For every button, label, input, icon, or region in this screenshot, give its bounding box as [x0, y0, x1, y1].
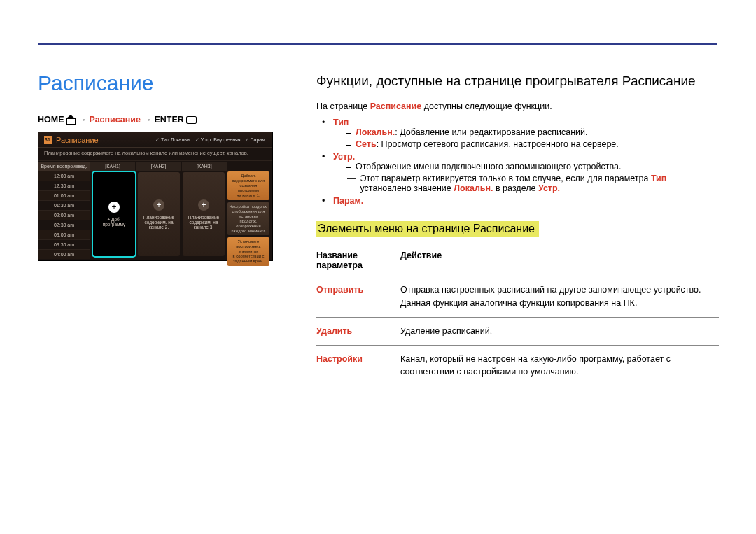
mock-time-row: 02:00 am	[38, 210, 90, 220]
home-icon	[66, 116, 76, 124]
row-desc: Отправка настроенных расписаний на друго…	[400, 276, 719, 318]
row-desc: Удаление расписаний.	[400, 317, 719, 345]
mock-right-stack: Добавл.содержимого длясоздания программы…	[227, 162, 272, 260]
mock-time-row: 03:30 am	[38, 239, 90, 249]
calendar-icon	[44, 136, 52, 144]
th-action: Действие	[400, 246, 719, 276]
mock-col-head: [КАН1]	[90, 162, 136, 171]
breadcrumb-arrow-2: →	[144, 115, 153, 125]
mock-tile-text: канале 3.	[194, 225, 214, 230]
mock-time-col: Время воспроизвед. 12:00 am 12:30 am 01:…	[38, 162, 90, 260]
mock-tile-1-label: + Доб. программу	[96, 217, 132, 227]
mock-rcard: Настройка продолж.отображения для устано…	[227, 202, 270, 236]
page-title: Расписание	[38, 71, 277, 95]
row-name: Отправить	[316, 276, 400, 318]
mock-tile-text: содержим. на	[189, 220, 218, 225]
type-local-line: Локальн.: Добавление или редактирование …	[347, 127, 719, 137]
type-net-line: Сеть: Просмотр сетевого расписания, наст…	[347, 139, 719, 149]
mock-subtitle: Планирование содержимого на локальном ка…	[38, 148, 272, 161]
plus-icon: +	[153, 199, 164, 211]
mock-top-right-0: Тип:Локальн.	[155, 137, 191, 143]
mock-time-row: 04:00 am	[38, 249, 90, 259]
th-name: Название параметра	[316, 246, 400, 276]
mock-time-row: 12:00 am	[38, 171, 90, 181]
breadcrumb-enter: ENTER	[154, 115, 183, 125]
mock-time-head: Время воспроизвед.	[38, 162, 90, 171]
enter-icon	[186, 116, 197, 124]
mock-time-row: 02:30 am	[38, 220, 90, 230]
mock-tile-1: + + Доб. программу	[93, 172, 135, 256]
plus-icon: +	[108, 202, 120, 213]
mock-tile-2: + Планирование содержим. на канале 2.	[138, 172, 180, 256]
plus-icon: +	[198, 199, 209, 211]
intro-text: На странице Расписание доступны следующи…	[316, 100, 719, 113]
ustr-note: ― Этот параметр активируется только в то…	[333, 174, 719, 193]
mock-time-row: 03:00 am	[38, 230, 90, 239]
ustr-text: Отображение имени подключенного запомина…	[347, 162, 719, 171]
top-divider	[38, 43, 717, 45]
mock-col-head: [КАН3]	[182, 162, 227, 171]
row-desc: Канал, который не настроен на какую-либо…	[400, 345, 719, 386]
mock-header: Расписание Тип:Локальн. Устр.:Внутренняя…	[38, 132, 272, 148]
mock-header-right: Тип:Локальн. Устр.:Внутренняя Парам.	[155, 137, 267, 143]
mock-col-head: [КАН2]	[136, 162, 181, 171]
mock-rcard: Установитевоспроизвед. элементовв соотве…	[227, 237, 270, 266]
mock-time-row: 12:30 am	[38, 181, 90, 190]
mock-top-right-1: Устр.:Внутренняя	[195, 137, 241, 143]
mock-tile-text: Планирование	[144, 215, 174, 220]
section-heading: Функции, доступные на странице проигрыва…	[316, 73, 719, 89]
breadcrumb-home: HOME	[38, 115, 64, 125]
mock-rcard: Добавл.содержимого длясоздания программы…	[227, 171, 270, 200]
options-table: Название параметра Действие Отправить От…	[316, 246, 719, 386]
row-name: Настройки	[316, 345, 400, 386]
mock-title: Расписание	[56, 136, 99, 144]
mock-tile-text: содержим. на	[144, 220, 173, 225]
mock-tile-text: Планирование	[188, 215, 219, 220]
mock-time-row: 01:30 am	[38, 200, 90, 210]
breadcrumb-arrow-1: →	[78, 115, 87, 125]
mock-tile-3: + Планирование содержим. на канале 3.	[183, 172, 225, 256]
mock-top-right-2: Парам.	[245, 137, 267, 143]
mock-tile-text: канале 2.	[149, 225, 169, 230]
label-type: Тип	[333, 118, 349, 127]
subheading: Элементы меню на странице Расписание	[316, 221, 539, 237]
label-param: Парам.	[333, 196, 363, 206]
breadcrumb-mid: Расписание	[89, 115, 141, 125]
mock-time-row: 01:00 am	[38, 190, 90, 200]
screenshot-mock: Расписание Тип:Локальн. Устр.:Внутренняя…	[38, 132, 273, 261]
row-name: Удалить	[316, 317, 400, 345]
label-ustr: Устр.	[333, 152, 355, 162]
breadcrumb: HOME → Расписание → ENTER	[38, 115, 277, 125]
